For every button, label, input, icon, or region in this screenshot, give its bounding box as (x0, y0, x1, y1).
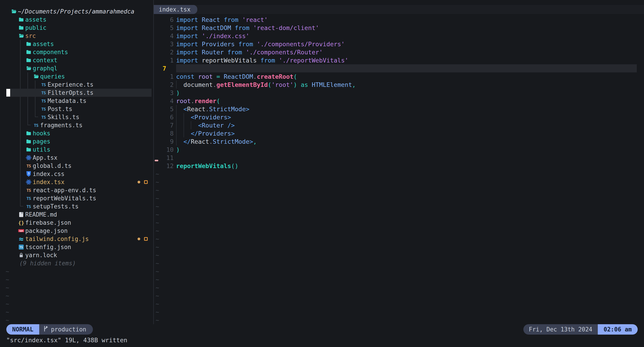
folder-icon (18, 24, 24, 31)
code-text: ) (176, 146, 180, 153)
tree-item-label: hooks (33, 130, 50, 137)
empty-line-tilde: ~ (156, 268, 159, 275)
tree-item-label: yarn.lock (25, 252, 57, 258)
tree-item-index.css[interactable]: 3index.css (0, 170, 153, 178)
folder-open-icon (18, 33, 24, 39)
code-line[interactable]: 3) (154, 89, 644, 97)
relative-line-number: 6 (158, 16, 174, 23)
tree-item-readme.md[interactable]: README.md (0, 210, 153, 219)
code-line[interactable]: 6 <Providers> (154, 113, 644, 121)
tree-item-index.tsx[interactable]: index.tsx (0, 178, 153, 186)
tree-item-label: README.md (25, 211, 57, 218)
empty-line-tilde: ~ (156, 252, 159, 258)
code-line[interactable]: 1import reportWebVitals from './reportWe… (154, 56, 644, 64)
folder-icon (25, 138, 32, 145)
code-line[interactable]: 10) (154, 146, 644, 154)
tree-item-utils[interactable]: utils (0, 146, 153, 154)
npm-icon: npm (18, 227, 24, 234)
tree-item-fragments.ts[interactable]: TSfragments.ts (0, 121, 153, 129)
code-text: const root = ReactDOM.createRoot( (176, 73, 297, 80)
code-line[interactable]: 11 (154, 154, 644, 162)
code-line[interactable]: 2import Router from './components/Router… (154, 48, 644, 56)
tree-item-setuptests.ts[interactable]: TSsetupTests.ts (0, 202, 153, 210)
tree-item-tsconfig.json[interactable]: TStsconfig.json (0, 243, 153, 251)
tree-item-global.d.ts[interactable]: TSglobal.d.ts (0, 162, 153, 170)
tree-item-context[interactable]: context (0, 56, 153, 64)
tree-item-components[interactable]: components (0, 48, 153, 56)
tree-item-src[interactable]: src (0, 32, 153, 40)
empty-line-tilde: ~ (156, 284, 159, 291)
tree-item-graphql[interactable]: graphql (0, 64, 153, 72)
empty-line-tilde: ~ (156, 187, 159, 194)
tree-item-app.tsx[interactable]: App.tsx (0, 154, 153, 162)
tree-item-experience.ts[interactable]: TSExperience.ts (0, 81, 153, 89)
tree-item--documents-projects-ammarahmedca[interactable]: ~/Documents/Projects/ammarahmedca (0, 8, 153, 16)
empty-line-tilde: ~ (156, 317, 159, 323)
tree-item-assets[interactable]: assets (0, 40, 153, 48)
empty-line-tilde: ~ (6, 300, 9, 307)
tree-item-hooks[interactable]: hooks (0, 129, 153, 137)
tree-item-skills.ts[interactable]: TSSkills.ts (0, 113, 153, 121)
tab-index-tsx[interactable]: index.tsx (154, 5, 197, 14)
tree-item-label: Metadata.ts (48, 98, 86, 104)
tree-item-label: react-app-env.d.ts (33, 187, 96, 194)
code-text: reportWebVitals() (176, 162, 238, 169)
relative-line-number: 3 (158, 89, 174, 96)
code-line[interactable]: 6import React from 'react' (154, 16, 644, 24)
code-text: import ReactDOM from 'react-dom/client' (176, 24, 319, 31)
git-branch-icon (43, 325, 49, 333)
tree-item-label: public (25, 24, 46, 31)
relative-line-number: 3 (158, 41, 174, 48)
tree-item-label: src (25, 33, 36, 39)
code-line[interactable]: 5 <React.StrictMode> (154, 105, 644, 113)
tree-item-queries[interactable]: queries (0, 72, 153, 81)
code-line[interactable]: 4root.render( (154, 97, 644, 105)
ts-icon-blue: TS (40, 81, 47, 88)
relative-line-number: 2 (158, 49, 174, 56)
tree-item-pages[interactable]: pages (0, 137, 153, 146)
code-line[interactable]: 8 </Providers> (154, 129, 644, 137)
code-text: root.render( (176, 98, 220, 105)
folder-open-icon (25, 65, 32, 72)
tree-item-label: graphql (33, 65, 58, 72)
code-line[interactable]: 3import Providers from './components/Pro… (154, 40, 644, 48)
statusline: NORMAL production Fri, Dec 13th 2024 02:… (0, 324, 644, 334)
tree-item-label: setupTests.ts (33, 203, 79, 210)
statusline-left: NORMAL production (6, 324, 93, 334)
relative-line-number: 6 (158, 114, 174, 121)
nvim-screen: { "tree": { "items": [ {"label": "~/Docu… (0, 0, 644, 347)
folder-open-icon (33, 73, 40, 80)
tree-item-public[interactable]: public (0, 24, 153, 32)
tree-item-assets[interactable]: assets (0, 16, 153, 24)
tree-item-label: components (33, 49, 68, 56)
tree-item-reportwebvitals.ts[interactable]: TSreportWebVitals.ts (0, 194, 153, 202)
code-line[interactable]: 7 (154, 64, 644, 72)
unstaged-square-icon (144, 237, 148, 241)
tree-item-filteropts.ts[interactable]: TSFilterOpts.ts (0, 89, 153, 97)
tree-item-tailwind.config.js[interactable]: ≈tailwind.config.js (0, 235, 153, 243)
tree-item-react-app-env.d.ts[interactable]: TSreact-app-env.d.ts (0, 186, 153, 194)
svg-text:npm: npm (20, 230, 23, 232)
code-line[interactable]: 2 document.getElementById('root') as HTM… (154, 81, 644, 89)
tree-item-metadata.ts[interactable]: TSMetadata.ts (0, 97, 153, 105)
tree-item-package.json[interactable]: npmpackage.json (0, 227, 153, 235)
tree-item--9-hidden-items-[interactable]: (9 hidden items) (0, 259, 153, 267)
tree-item-label: assets (25, 16, 46, 23)
code-text: import './index.css' (176, 33, 250, 40)
command-line-message: "src/index.tsx" 19L, 438B written (6, 337, 127, 343)
tree-item-yarn.lock[interactable]: yarn.lock (0, 251, 153, 259)
tree-item-label: pages (33, 138, 50, 145)
relative-line-number: 12 (158, 162, 174, 169)
tree-item-post.ts[interactable]: TSPost.ts (0, 105, 153, 113)
code-text: </Providers> (176, 130, 235, 137)
tree-item-label: Skills.ts (48, 114, 79, 121)
code-line[interactable]: 4import './index.css' (154, 32, 644, 40)
code-line[interactable]: 7 <Router /> (154, 121, 644, 129)
code-line[interactable]: 12reportWebVitals() (154, 162, 644, 170)
code-line[interactable]: 1const root = ReactDOM.createRoot( (154, 72, 644, 81)
code-line[interactable]: 5import ReactDOM from 'react-dom/client' (154, 24, 644, 32)
code-line[interactable]: 9 </React.StrictMode>, (154, 137, 644, 146)
code-text: import React from 'react' (176, 16, 268, 23)
empty-line-tilde: ~ (156, 211, 159, 218)
tree-item-firebase.json[interactable]: {}firebase.json (0, 219, 153, 227)
